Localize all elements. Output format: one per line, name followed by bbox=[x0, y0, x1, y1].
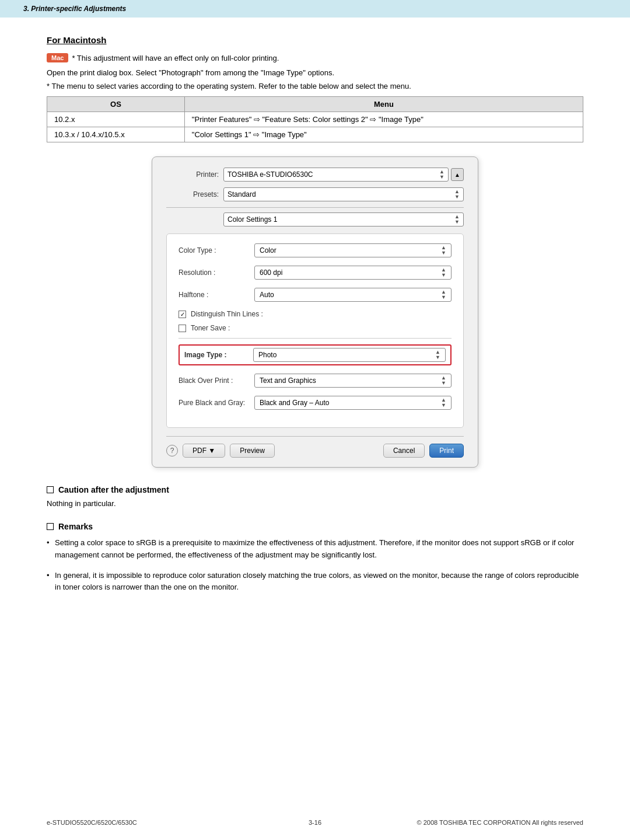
footer-page: 3-16 bbox=[309, 819, 321, 826]
remarks-title-text: Remarks bbox=[58, 522, 93, 531]
help-label: ? bbox=[170, 447, 174, 455]
help-button[interactable]: ? bbox=[166, 445, 178, 456]
open-dialog-text: Open the print dialog box. Select "Photo… bbox=[47, 68, 583, 77]
black-over-value: Text and Graphics bbox=[260, 377, 316, 385]
table-row: 10.2.x "Printer Features" ⇨ "Feature Set… bbox=[47, 112, 583, 127]
header-title: 3. Printer-specific Adjustments bbox=[23, 5, 126, 13]
remarks-point-2: In general, it is impossible to reproduc… bbox=[47, 570, 583, 594]
printer-value: TOSHIBA e-STUDIO6530C bbox=[228, 170, 313, 179]
remarks-point-1-text: Setting a color space to sRGB is a prere… bbox=[55, 538, 574, 559]
halftone-arrows: ▲▼ bbox=[441, 290, 446, 300]
image-type-select[interactable]: Photo ▲▼ bbox=[253, 348, 446, 362]
resolution-label: Resolution : bbox=[178, 269, 254, 277]
presets-select-wrap: Standard ▲▼ bbox=[223, 187, 464, 201]
printer-icon-btn[interactable]: ▲ bbox=[451, 168, 464, 181]
caution-icon bbox=[47, 486, 54, 493]
halftone-label: Halftone : bbox=[178, 291, 254, 299]
os-cell-1: 10.2.x bbox=[47, 112, 185, 127]
panel-select[interactable]: Color Settings 1 ▲▼ bbox=[223, 212, 464, 226]
section-title: For Macintosh bbox=[47, 35, 583, 45]
presets-select[interactable]: Standard ▲▼ bbox=[223, 187, 464, 201]
mac-badge: Mac bbox=[47, 53, 68, 62]
mac-note-row: Mac * This adjustment will have an effec… bbox=[47, 53, 583, 62]
footer-right: Cancel Print bbox=[383, 444, 464, 458]
inner-panel: Color Type : Color ▲▼ Resolution : 600 d… bbox=[166, 233, 464, 428]
page-header: 3. Printer-specific Adjustments bbox=[0, 0, 630, 18]
pdf-button[interactable]: PDF ▼ bbox=[183, 444, 225, 458]
cancel-button[interactable]: Cancel bbox=[383, 444, 425, 458]
os-menu-table: OS Menu 10.2.x "Printer Features" ⇨ "Fea… bbox=[47, 96, 583, 142]
remarks-icon bbox=[47, 523, 54, 530]
dialog-separator-1 bbox=[166, 207, 464, 208]
color-type-arrows: ▲▼ bbox=[441, 245, 446, 256]
black-over-select-wrap: Text and Graphics ▲▼ bbox=[254, 374, 452, 388]
printer-row: Printer: TOSHIBA e-STUDIO6530C ▲▼ ▲ bbox=[166, 168, 464, 182]
panel-select-wrap: Color Settings 1 ▲▼ bbox=[223, 212, 464, 226]
image-type-label: Image Type : bbox=[184, 351, 253, 359]
print-dialog: Printer: TOSHIBA e-STUDIO6530C ▲▼ ▲ Pres… bbox=[152, 156, 478, 468]
image-type-row: Image Type : Photo ▲▼ bbox=[178, 344, 452, 365]
page-content: For Macintosh Mac * This adjustment will… bbox=[0, 18, 630, 643]
pure-black-row: Pure Black and Gray: Black and Gray – Au… bbox=[178, 396, 452, 410]
image-type-arrows: ▲▼ bbox=[435, 350, 440, 360]
caution-title: Caution after the adjustment bbox=[47, 485, 583, 494]
col-menu: Menu bbox=[184, 97, 583, 112]
resolution-row: Resolution : 600 dpi ▲▼ bbox=[178, 266, 452, 280]
printer-arrows: ▲▼ bbox=[439, 169, 444, 180]
color-type-select-wrap: Color ▲▼ bbox=[254, 243, 452, 257]
panel-value: Color Settings 1 bbox=[228, 215, 277, 224]
distinguish-label: Distinguish Thin Lines : bbox=[191, 310, 263, 318]
black-over-label: Black Over Print : bbox=[178, 377, 254, 385]
menu-cell-2: "Color Settings 1" ⇨ "Image Type" bbox=[184, 127, 583, 142]
menu-note: * The menu to select varies according to… bbox=[47, 82, 583, 90]
table-row: 10.3.x / 10.4.x/10.5.x "Color Settings 1… bbox=[47, 127, 583, 142]
printer-select-wrap: TOSHIBA e-STUDIO6530C ▲▼ ▲ bbox=[223, 168, 464, 182]
halftone-select[interactable]: Auto ▲▼ bbox=[254, 288, 452, 302]
black-over-select[interactable]: Text and Graphics ▲▼ bbox=[254, 374, 452, 388]
image-type-value: Photo bbox=[258, 351, 276, 359]
toner-save-checkbox[interactable] bbox=[178, 325, 186, 332]
panel-arrows: ▲▼ bbox=[454, 214, 460, 225]
resolution-value: 600 dpi bbox=[260, 269, 282, 277]
printer-select[interactable]: TOSHIBA e-STUDIO6530C ▲▼ bbox=[223, 168, 449, 182]
halftone-value: Auto bbox=[260, 291, 274, 299]
distinguish-checkbox[interactable]: ✓ bbox=[178, 311, 186, 318]
print-button[interactable]: Print bbox=[429, 444, 464, 458]
resolution-select-wrap: 600 dpi ▲▼ bbox=[254, 266, 452, 280]
footer-left-text: e-STUDIO5520C/6520C/6530C bbox=[47, 819, 137, 826]
footer-right-text: © 2008 TOSHIBA TEC CORPORATION All right… bbox=[417, 819, 583, 826]
halftone-select-wrap: Auto ▲▼ bbox=[254, 288, 452, 302]
remarks-section: Remarks Setting a color space to sRGB is… bbox=[47, 522, 583, 594]
remarks-point-1: Setting a color space to sRGB is a prere… bbox=[47, 537, 583, 562]
pure-black-select-wrap: Black and Gray – Auto ▲▼ bbox=[254, 396, 452, 410]
resolution-select[interactable]: 600 dpi ▲▼ bbox=[254, 266, 452, 280]
caution-title-text: Caution after the adjustment bbox=[58, 485, 169, 494]
color-type-row: Color Type : Color ▲▼ bbox=[178, 243, 452, 257]
pure-black-arrows: ▲▼ bbox=[441, 398, 446, 408]
resolution-arrows: ▲▼ bbox=[441, 267, 446, 278]
toner-save-label: Toner Save : bbox=[191, 324, 230, 332]
menu-cell-1: "Printer Features" ⇨ "Feature Sets: Colo… bbox=[184, 112, 583, 127]
black-over-arrows: ▲▼ bbox=[441, 375, 446, 386]
caution-section: Caution after the adjustment Nothing in … bbox=[47, 485, 583, 508]
distinguish-row: ✓ Distinguish Thin Lines : bbox=[178, 310, 452, 318]
presets-arrows: ▲▼ bbox=[454, 189, 460, 200]
color-type-label: Color Type : bbox=[178, 246, 254, 255]
printer-label: Printer: bbox=[166, 170, 219, 179]
footer-left: ? PDF ▼ Preview bbox=[166, 444, 275, 458]
image-type-select-wrap: Photo ▲▼ bbox=[253, 348, 446, 362]
presets-row: Presets: Standard ▲▼ bbox=[166, 187, 464, 201]
dialog-footer: ? PDF ▼ Preview Cancel Print bbox=[166, 436, 464, 458]
remarks-title: Remarks bbox=[47, 522, 583, 531]
halftone-row: Halftone : Auto ▲▼ bbox=[178, 288, 452, 302]
color-type-select[interactable]: Color ▲▼ bbox=[254, 243, 452, 257]
panel-row: Color Settings 1 ▲▼ bbox=[166, 212, 464, 226]
remarks-point-2-text: In general, it is impossible to reproduc… bbox=[55, 571, 579, 592]
presets-label: Presets: bbox=[166, 190, 219, 198]
presets-value: Standard bbox=[228, 190, 256, 198]
black-over-row: Black Over Print : Text and Graphics ▲▼ bbox=[178, 374, 452, 388]
inner-separator bbox=[178, 338, 452, 339]
preview-button[interactable]: Preview bbox=[230, 444, 275, 458]
pure-black-select[interactable]: Black and Gray – Auto ▲▼ bbox=[254, 396, 452, 410]
os-cell-2: 10.3.x / 10.4.x/10.5.x bbox=[47, 127, 185, 142]
